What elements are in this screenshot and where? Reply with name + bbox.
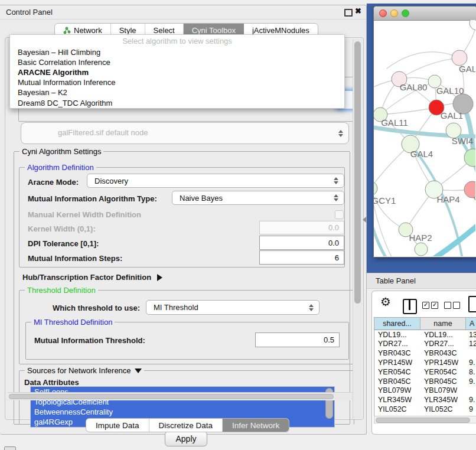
dock-panel-icon[interactable] <box>4 446 16 450</box>
mi-steps-field[interactable]: 6 <box>259 250 344 265</box>
new-table-icon[interactable] <box>468 296 476 312</box>
table-cell: YIL052C <box>424 405 453 413</box>
table-cell: YBR043C <box>378 349 411 357</box>
table-source-value: galFiltered.sif default node <box>58 128 148 137</box>
table-cell: YLR345W <box>424 396 458 404</box>
table-cell: YDL19... <box>424 331 453 339</box>
table-cell: YDL19... <box>378 331 407 339</box>
zoom-traffic-light[interactable] <box>402 9 409 17</box>
checkbox-unchecked-icon[interactable] <box>444 302 451 309</box>
kernel-width-field[interactable]: 0.0 <box>259 221 344 234</box>
network-node-label: GAL <box>459 64 475 74</box>
stepper-icon <box>334 194 338 201</box>
table-source-combobox[interactable]: galFiltered.sif default node <box>21 122 349 144</box>
table-row[interactable]: YDL19...YDL19...13 <box>374 331 476 340</box>
tab-network-label: Network <box>74 26 102 35</box>
split-divider-arrow[interactable] <box>363 217 366 223</box>
table-cell: YBR043C <box>424 349 457 357</box>
algorithm-placeholder: Select algorithm to view settings <box>10 35 344 47</box>
mi-type-combobox[interactable]: Naive Bayes <box>172 191 344 205</box>
aracne-mode-label: Aracne Mode: <box>28 178 79 187</box>
control-panel-titlebar: Control Panel ✖ <box>0 5 366 19</box>
network-edge <box>387 52 459 69</box>
mi-threshold-group-title: MI Threshold Definition <box>31 318 115 327</box>
expanded-arrow-icon <box>135 369 142 373</box>
gear-icon[interactable]: ⚙ <box>380 295 391 309</box>
close-traffic-light[interactable] <box>379 9 387 17</box>
network-node[interactable] <box>415 243 428 256</box>
network-window-titlebar[interactable] <box>374 6 476 21</box>
algorithm-option[interactable]: Bayesian – Hill Climbing <box>10 47 344 57</box>
tab-infer-network[interactable]: Infer Network <box>223 419 289 432</box>
table-row[interactable]: YLR345WYLR345W9. <box>374 396 476 405</box>
threshold-definition-group: Threshold Definition Which threshold to … <box>19 290 354 364</box>
table-cell: YER054C <box>424 368 457 376</box>
table-row[interactable]: YBR045CYBR045C9. <box>374 377 476 387</box>
table-cell: 9. <box>469 358 475 367</box>
column-header-name[interactable]: name <box>420 318 466 330</box>
table-cell: YBL079W <box>378 386 411 394</box>
algorithm-option[interactable]: Basic Correlation Inference <box>10 57 344 67</box>
close-icon[interactable]: ✖ <box>355 6 361 15</box>
manual-kernel-checkbox[interactable] <box>335 210 344 219</box>
hub-definition-label: Hub/Transcription Factor Definition <box>22 273 151 282</box>
checkbox-unchecked-icon[interactable] <box>453 302 460 309</box>
network-node-label: GAL11 <box>381 118 408 128</box>
table-cell: YBR045C <box>378 377 411 386</box>
which-threshold-combobox[interactable]: MI Threshold <box>146 300 319 315</box>
mi-threshold-field[interactable]: 0.5 <box>255 332 340 347</box>
tab-impute-data[interactable]: Impute Data <box>86 419 149 432</box>
aracne-mode-combobox[interactable]: Discovery <box>87 174 344 188</box>
table-row[interactable]: YIL052CYIL052C9 <box>374 405 476 415</box>
table-panel-title: Table Panel <box>376 276 416 285</box>
table-row[interactable]: YPR145WYPR145W9. <box>374 358 476 368</box>
collapsed-arrow-icon <box>157 274 162 281</box>
sources-group-title[interactable]: Sources for Network Inference <box>25 366 144 375</box>
table-cell: YDR27... <box>424 340 454 348</box>
hub-definition-toggle[interactable]: Hub/Transcription Factor Definition <box>22 273 162 282</box>
table-cell: 13 <box>469 331 476 339</box>
dpi-tolerance-label: DPI Tolerance [0,1]: <box>28 239 99 248</box>
table-cell: 8. <box>469 368 475 376</box>
table-cell: YBR045C <box>424 377 457 386</box>
vertical-scrollbar-thumb[interactable] <box>354 41 361 304</box>
table-row[interactable]: YBR043CYBR043C <box>374 349 476 358</box>
data-attributes-label: Data Attributes <box>24 378 79 387</box>
table-row[interactable]: YER054CYER054C8. <box>374 368 476 377</box>
column-header-shared[interactable]: shared... <box>374 318 420 330</box>
table-cell: YDR27... <box>378 340 408 348</box>
algorithm-option[interactable]: ARACNE Algorithm <box>10 67 344 77</box>
split-columns-icon[interactable] <box>403 299 417 314</box>
settings-horizontal-scrollbar[interactable] <box>8 392 353 400</box>
control-panel-title: Control Panel <box>6 8 53 17</box>
network-node-label: GAL10 <box>436 86 464 96</box>
control-panel-window: Control Panel ✖ Network Style Select Cyn… <box>0 5 367 435</box>
float-window-icon[interactable] <box>344 9 353 17</box>
network-node[interactable] <box>374 181 377 195</box>
table-cell: 9. <box>469 377 475 386</box>
attribute-list-item[interactable]: BetweennessCentrality <box>31 407 334 417</box>
minimize-traffic-light[interactable] <box>390 9 398 17</box>
tab-discretize-data[interactable]: Discretize Data <box>149 419 223 432</box>
table-panel-card: ⚙ ✓ ✓ shared... name A YDL19...YDL19...1… <box>371 291 476 435</box>
network-node-label: GAL1 <box>441 110 463 120</box>
table-cell: YBL079W <box>424 386 457 394</box>
settings-vertical-scrollbar[interactable] <box>353 39 363 419</box>
algorithm-option[interactable]: Mutual Information Inference <box>10 77 344 87</box>
network-node-label: GAL4 <box>410 149 433 159</box>
network-canvas[interactable]: GAL80GAL10GAL1GAL11GALSWI4GAL4GCY1HAP4YH… <box>374 20 475 256</box>
algorithm-option[interactable]: Bayesian – K2 <box>10 87 344 97</box>
table-row[interactable]: YBL079WYBL079W <box>374 386 476 396</box>
algorithm-option[interactable]: Dream8 DC_TDC Algorithm <box>10 97 344 107</box>
column-header-partial[interactable]: A <box>466 318 476 330</box>
table-row[interactable]: YDR27...YDR27...12 <box>374 340 476 349</box>
horizontal-scrollbar-thumb[interactable] <box>9 394 334 399</box>
network-node[interactable] <box>470 20 475 30</box>
checkbox-checked-icon[interactable]: ✓ <box>431 302 438 309</box>
table-hscroll-thumb[interactable] <box>376 418 470 423</box>
table-horizontal-scrollbar[interactable] <box>374 416 476 423</box>
apply-button[interactable]: Apply <box>165 431 207 446</box>
dpi-tolerance-field[interactable]: 0.0 <box>259 236 344 250</box>
table-cell: YPR145W <box>424 358 458 367</box>
checkbox-checked-icon[interactable]: ✓ <box>422 302 429 309</box>
